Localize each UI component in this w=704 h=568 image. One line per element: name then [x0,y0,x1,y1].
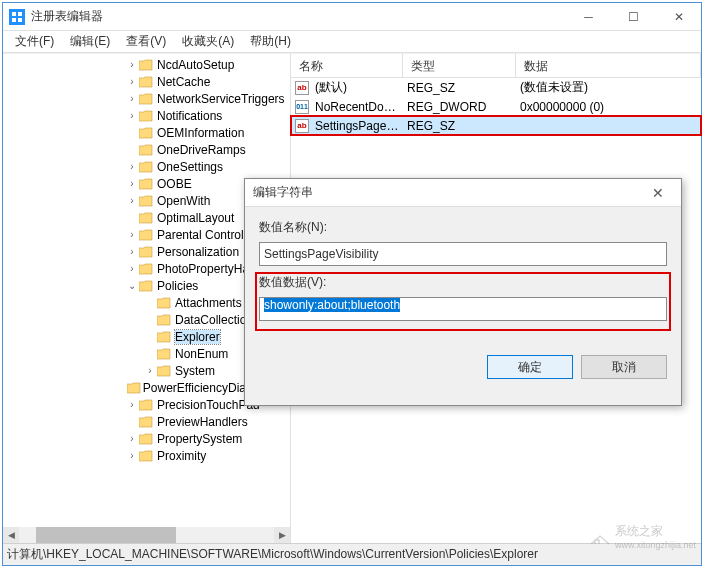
tree-label: PreviewHandlers [157,415,248,429]
folder-icon [157,313,173,327]
dialog-close-button[interactable]: ✕ [643,185,673,201]
tree-label: OneDriveRamps [157,143,246,157]
menu-edit[interactable]: 编辑(E) [62,31,118,52]
row-name: SettingsPageV... [311,119,403,133]
row-name: (默认) [311,79,403,96]
folder-icon [157,364,173,378]
tree-label: NetCache [157,75,210,89]
menubar: 文件(F) 编辑(E) 查看(V) 收藏夹(A) 帮助(H) [3,31,701,53]
value-type-icon: 011 [293,100,311,114]
titlebar[interactable]: 注册表编辑器 ─ ☐ ✕ [3,3,701,31]
window-title: 注册表编辑器 [31,8,566,25]
tree-label: Personalization [157,245,239,259]
cancel-button[interactable]: 取消 [581,355,667,379]
row-data: 0x00000000 (0) [516,100,701,114]
statusbar: 计算机\HKEY_LOCAL_MACHINE\SOFTWARE\Microsof… [3,543,701,565]
tree-item[interactable]: ›NetworkServiceTriggers [3,90,290,107]
dialog-buttons: 确定 取消 [245,347,681,387]
tree-label: Parental Controls [157,228,250,242]
scroll-left-icon[interactable]: ◀ [3,527,19,543]
value-name-input[interactable] [259,242,667,266]
row-name: NoRecentDoc... [311,100,403,114]
tree-toggle-icon[interactable]: › [125,110,139,121]
row-type: REG_SZ [403,119,516,133]
folder-icon [139,58,155,72]
folder-icon [139,75,155,89]
tree-label: Proximity [157,449,206,463]
tree-toggle-icon[interactable]: › [125,263,139,274]
menu-file[interactable]: 文件(F) [7,31,62,52]
maximize-button[interactable]: ☐ [611,3,656,30]
tree-toggle-icon[interactable]: ⌄ [125,280,139,291]
tree-label: NetworkServiceTriggers [157,92,285,106]
app-icon [9,9,25,25]
folder-icon [157,347,173,361]
folder-icon [139,415,155,429]
tree-toggle-icon[interactable]: › [125,229,139,240]
tree-toggle-icon[interactable]: › [125,59,139,70]
folder-icon [139,279,155,293]
tree-toggle-icon[interactable]: › [125,161,139,172]
col-header-data[interactable]: 数据 [516,54,701,77]
menu-favorites[interactable]: 收藏夹(A) [174,31,242,52]
tree-item[interactable]: OneDriveRamps [3,141,290,158]
scroll-right-icon[interactable]: ▶ [274,527,290,543]
svg-rect-2 [12,18,16,22]
tree-item[interactable]: ›NcdAutoSetup [3,56,290,73]
tree-toggle-icon[interactable]: › [125,93,139,104]
tree-toggle-icon[interactable]: › [125,433,139,444]
tree-label: OptimalLayout [157,211,234,225]
tree-item[interactable]: ›OneSettings [3,158,290,175]
tree-toggle-icon[interactable]: › [125,450,139,461]
folder-icon [139,92,155,106]
value-name-label: 数值名称(N): [259,219,667,236]
scroll-thumb[interactable] [36,527,176,543]
dialog-body: 数值名称(N): 数值数据(V): showonly:about;bluetoo… [245,207,681,347]
ok-button[interactable]: 确定 [487,355,573,379]
folder-icon [139,398,155,412]
folder-icon [139,160,155,174]
tree-item[interactable]: OEMInformation [3,124,290,141]
tree-label: NcdAutoSetup [157,58,234,72]
tree-toggle-icon[interactable]: › [125,76,139,87]
minimize-button[interactable]: ─ [566,3,611,30]
tree-toggle-icon[interactable]: › [125,178,139,189]
col-header-name[interactable]: 名称 [291,54,403,77]
close-button[interactable]: ✕ [656,3,701,30]
tree-label: OEMInformation [157,126,244,140]
folder-icon [127,381,141,395]
tree-label: OneSettings [157,160,223,174]
value-type-icon: ab [293,81,311,95]
table-row[interactable]: 011NoRecentDoc...REG_DWORD0x00000000 (0) [291,97,701,116]
edit-string-dialog: 编辑字符串 ✕ 数值名称(N): 数值数据(V): showonly:about… [244,178,682,406]
tree-toggle-icon[interactable]: › [125,399,139,410]
tree-item[interactable]: PreviewHandlers [3,413,290,430]
tree-label: OOBE [157,177,192,191]
folder-icon [139,228,155,242]
tree-toggle-icon[interactable]: › [125,195,139,206]
row-type: REG_SZ [403,81,516,95]
table-row[interactable]: abSettingsPageV...REG_SZ [291,116,701,135]
tree-item[interactable]: ›PropertySystem [3,430,290,447]
tree-label: Notifications [157,109,222,123]
table-row[interactable]: ab(默认)REG_SZ(数值未设置) [291,78,701,97]
tree-item[interactable]: ›NetCache [3,73,290,90]
tree-item[interactable]: ›Notifications [3,107,290,124]
tree-label: Explorer [175,330,220,344]
col-header-type[interactable]: 类型 [403,54,516,77]
folder-icon [157,296,173,310]
folder-icon [139,126,155,140]
folder-icon [139,177,155,191]
menu-view[interactable]: 查看(V) [118,31,174,52]
tree-h-scrollbar[interactable]: ◀ ▶ [3,527,290,543]
svg-rect-0 [12,12,16,16]
row-data: (数值未设置) [516,79,701,96]
dialog-titlebar[interactable]: 编辑字符串 ✕ [245,179,681,207]
tree-toggle-icon[interactable]: › [143,365,157,376]
menu-help[interactable]: 帮助(H) [242,31,299,52]
value-data-input[interactable]: showonly:about;bluetooth [259,297,667,321]
tree-item[interactable]: ›Proximity [3,447,290,464]
statusbar-path: 计算机\HKEY_LOCAL_MACHINE\SOFTWARE\Microsof… [7,546,538,563]
tree-label: PropertySystem [157,432,242,446]
tree-toggle-icon[interactable]: › [125,246,139,257]
